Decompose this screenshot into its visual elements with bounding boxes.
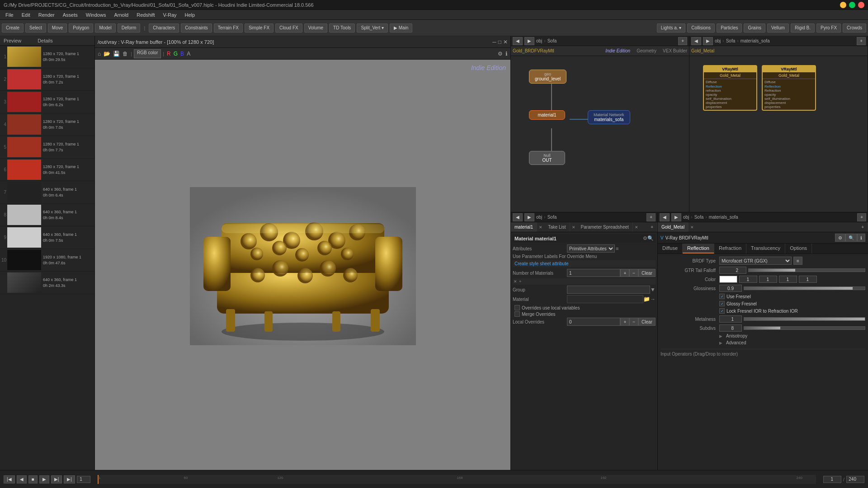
characters-btn[interactable]: Characters [149,23,179,33]
tab-prop-add[interactable]: + [858,222,868,232]
prop-tab-refraction[interactable]: Refraction [714,244,746,253]
mat-jump-btn[interactable]: → [650,296,656,302]
node-out[interactable]: Null OUT [529,151,565,165]
gtr-falloff-input[interactable] [719,267,746,274]
vfb-save-icon[interactable]: 💾 [112,51,121,57]
vfb-settings-icon[interactable]: ⚙ [497,51,504,57]
bc-materials-sofa[interactable]: materials_sofa [741,38,770,43]
bc-obj[interactable]: obj [536,38,542,43]
render-item-9[interactable]: 9 640 x 360, frame 10h 0m 7.5s [0,226,94,249]
vellum-btn[interactable]: Vellum [767,23,789,33]
mat-search-icon[interactable]: 🔍 [647,235,654,241]
merge-overrides-checkbox[interactable] [514,311,520,317]
mat-bc-sofa[interactable]: Sofa [547,215,557,220]
mat-bc-obj[interactable]: obj [536,215,542,220]
menu-redshift[interactable]: Redshift [133,11,158,19]
prop-add-btn[interactable]: + [857,213,866,221]
render-item-6[interactable]: 6 1280 x 720, frame 10h 0m 41.5s [0,159,94,181]
tab-gold-metal[interactable]: Gold_Metal [658,222,689,232]
node-ground-level[interactable]: geo ground_level [529,70,566,84]
node-canvas-left[interactable]: geo ground_level material1 Material Netw… [511,56,689,212]
prop-bc-sofa[interactable]: Sofa [694,215,704,220]
pyrofx-btn[interactable]: Pyro FX [816,23,841,33]
gold-metal-node[interactable]: VRayMtl Gold_Metal Diffuse Reflection re… [703,65,757,111]
node-material1[interactable]: material1 [529,110,565,120]
group-pick-btn[interactable]: ▼ [650,286,656,293]
vfb-minimize-btn[interactable]: ─ [492,39,496,45]
num-materials-input[interactable] [567,269,620,277]
local-overrides-up[interactable]: + [620,318,629,326]
bc-sofa-r[interactable]: Sofa [726,38,736,43]
brdf-type-select[interactable]: Microfacet GTR (GGX) [719,257,792,265]
collisions-btn[interactable]: Collisions [687,23,715,33]
menu-edit[interactable]: Edit [18,11,34,19]
tab-parameter-spreadsheet[interactable]: Parameter Spreadsheet [577,222,633,232]
cloudFX-btn[interactable]: Cloud FX [275,23,302,33]
local-overrides-down[interactable]: − [629,318,638,326]
tab-add[interactable]: + [647,222,657,232]
attributes-dropdown[interactable]: Primitive Attributes [567,244,615,253]
mat-fwd-btn[interactable]: ▶ [524,213,534,221]
color-r-input[interactable] [739,276,757,283]
fps-input[interactable] [77,476,90,483]
delete-group-icon[interactable]: ✕ [514,279,517,284]
maximize-button[interactable] [849,2,855,8]
glossy-fresnel-checkbox[interactable]: ✓ [719,301,725,306]
menu-file[interactable]: File [2,11,17,19]
rigid-btn[interactable]: Rigid B. [791,23,815,33]
tab-take-list[interactable]: Take List [544,222,570,232]
render-item-10[interactable]: 10 1920 x 1080, frame 10h 0m 47.6s [0,249,94,272]
subdivs-input[interactable] [719,324,742,332]
color-swatch[interactable] [719,276,737,283]
num-materials-down[interactable]: − [629,269,638,277]
poly-btn[interactable]: Polygon [69,23,93,33]
main-workspace-btn[interactable]: ▶ Main [390,23,412,33]
stop-btn[interactable]: ■ [28,475,38,483]
prop-bc-obj[interactable]: obj [683,215,689,220]
menu-vray[interactable]: V-Ray [160,11,180,19]
use-fresnel-checkbox[interactable]: ✓ [719,294,725,299]
local-overrides-input[interactable] [567,318,620,326]
prop-back-btn[interactable]: ◀ [660,213,670,221]
close-button[interactable] [858,2,864,8]
mat-browse-btn[interactable]: 📁 [643,296,650,302]
gold-metal-node-2[interactable]: VRayMtl Gold_Metal Diffuse Reflection Re… [762,65,816,111]
num-materials-up[interactable]: + [620,269,629,277]
render-item-4[interactable]: 4 1280 x 720, frame 10h 0m 7.0s [0,113,94,136]
mat-back-btn[interactable]: ◀ [513,213,523,221]
vfb-close-btn[interactable]: ✕ [503,39,508,45]
color-g-input[interactable] [759,276,777,283]
render-item-2[interactable]: 2 1280 x 720, frame 10h 0m 7.2s [0,68,94,91]
next-frame-btn[interactable]: ▶| [51,475,62,483]
nav-back-btn[interactable]: ◀ [513,37,523,45]
crowds-btn[interactable]: Crowds [843,23,866,33]
add-group-icon[interactable]: + [519,279,521,284]
prop-fwd-btn[interactable]: ▶ [671,213,681,221]
anisotropy-triangle[interactable]: ▶ [719,334,722,338]
attributes-menu-icon[interactable]: ≡ [616,246,618,251]
prop-tab-options[interactable]: Options [785,244,812,253]
menu-render[interactable]: Render [35,11,58,19]
render-item-7[interactable]: 7 640 x 360, frame 10h 0m 6.4s [0,181,94,204]
vfb-restore-btn[interactable]: □ [498,39,501,45]
clear-btn-2[interactable]: Clear [638,318,656,326]
tdtools-btn[interactable]: TD Tools [329,23,355,33]
mat-settings-icon[interactable]: ⚙ [643,235,647,241]
material-path-input[interactable]: ../materials_sofa/Gold_Metal [567,295,643,303]
prop-bc-materials[interactable]: materials_sofa [709,215,738,220]
render-item-8[interactable]: 8 640 x 360, frame 10h 0m 8.4s [0,204,94,226]
subdivs-slider[interactable] [744,326,865,330]
color-mode-selector[interactable]: RGB color [134,49,161,58]
brdf-type-menu-btn[interactable]: ≡ [793,257,802,265]
color-b-input[interactable] [779,276,797,283]
menu-help[interactable]: Help [181,11,199,19]
timeline-bar[interactable]: 1 60 120 168 192 240 [98,475,816,484]
mat-add-btn[interactable]: + [646,213,656,221]
color-a-input[interactable] [799,276,817,283]
prev-frame-btn[interactable]: ◀ [17,475,27,483]
prop-tab-diffuse[interactable]: Diffuse [658,244,683,253]
vfb-open-icon[interactable]: 📂 [103,51,111,57]
vfb-r-channel[interactable]: R [166,51,172,57]
select-btn[interactable]: Select [25,23,46,33]
render-item-1[interactable]: 1 1280 x 720, frame 10h 0m 29.5s [0,46,94,68]
